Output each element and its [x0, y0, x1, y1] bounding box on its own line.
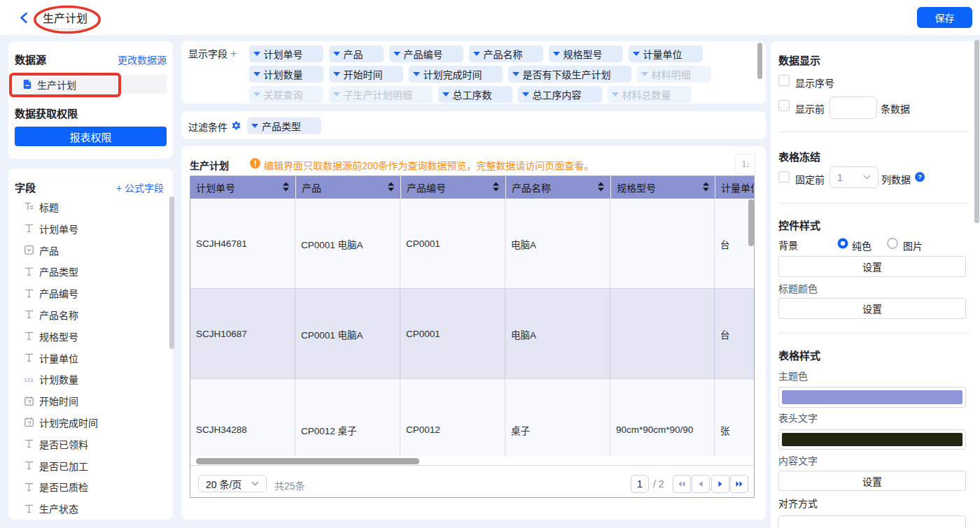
svg-text:?: ?	[918, 173, 922, 180]
svg-text:123: 123	[24, 377, 34, 383]
